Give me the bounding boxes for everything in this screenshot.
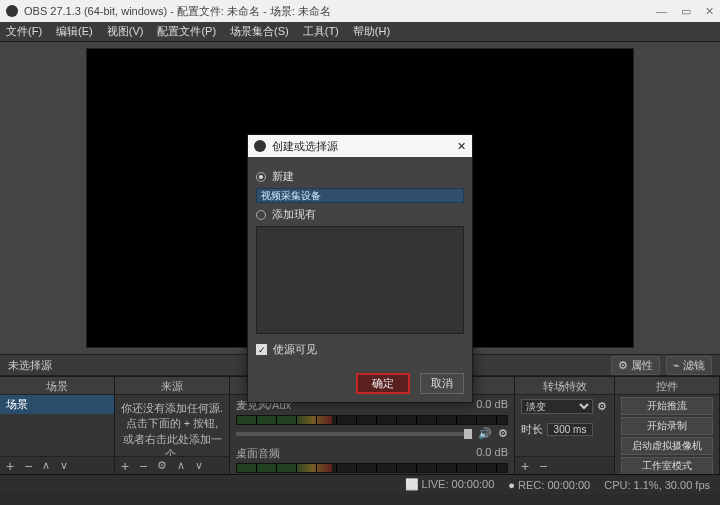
- speaker-icon[interactable]: 🔊: [478, 427, 492, 440]
- mixer-track: 桌面音频0.0 dB 🔊 ⚙: [230, 443, 514, 474]
- track-name: 桌面音频: [236, 446, 280, 461]
- gear-icon[interactable]: ⚙: [597, 400, 607, 413]
- sources-hint-line: 或者右击此处添加一个.: [119, 432, 225, 456]
- source-remove-button[interactable]: −: [139, 458, 147, 474]
- start-virtualcam-button[interactable]: 启动虚拟摄像机: [621, 437, 713, 455]
- close-icon[interactable]: ✕: [705, 5, 714, 18]
- make-visible-label: 使源可见: [273, 342, 317, 357]
- scene-up-button[interactable]: ∧: [42, 459, 50, 472]
- studio-mode-button[interactable]: 工作室模式: [621, 457, 713, 474]
- gear-icon: ⚙: [618, 359, 628, 371]
- radio-icon: [256, 210, 266, 220]
- window-titlebar: OBS 27.1.3 (64-bit, windows) - 配置文件: 未命名…: [0, 0, 720, 22]
- menu-tools[interactable]: 工具(T): [303, 24, 339, 39]
- sources-panel: 来源 你还没有添加任何源. 点击下面的 + 按钮, 或者右击此处添加一个. 🖼 …: [115, 377, 230, 474]
- vu-meter: [236, 463, 508, 473]
- statusbar: ⬜ LIVE: 00:00:00 ● REC: 00:00:00 CPU: 1.…: [0, 474, 720, 494]
- obs-logo-icon: [6, 5, 18, 17]
- gear-icon[interactable]: ⚙: [498, 427, 508, 440]
- transitions-panel: 转场特效 淡变 ⚙ 时长 + −: [515, 377, 615, 474]
- maximize-icon[interactable]: ▭: [681, 5, 691, 18]
- scenes-panel: 场景 场景 + − ∧ ∨: [0, 377, 115, 474]
- rec-dot-icon: ●: [508, 479, 515, 491]
- source-settings-button[interactable]: ⚙: [157, 459, 167, 472]
- start-streaming-button[interactable]: 开始推流: [621, 397, 713, 415]
- source-add-button[interactable]: +: [121, 458, 129, 474]
- start-recording-button[interactable]: 开始录制: [621, 417, 713, 435]
- source-down-button[interactable]: ∨: [195, 459, 203, 472]
- source-name-input[interactable]: [256, 188, 464, 203]
- transition-remove-button[interactable]: −: [539, 458, 547, 474]
- transition-add-button[interactable]: +: [521, 458, 529, 474]
- create-source-dialog: 创建或选择源 ✕ 新建 添加现有 ✓ 使源可见 确定 取消: [247, 134, 473, 403]
- live-dot-icon: ⬜: [405, 478, 419, 490]
- duration-label: 时长: [521, 422, 543, 437]
- sources-header: 来源: [115, 377, 229, 395]
- option-existing-label: 添加现有: [272, 207, 316, 222]
- menu-help[interactable]: 帮助(H): [353, 24, 390, 39]
- track-db: 0.0 dB: [476, 446, 508, 461]
- option-add-existing[interactable]: 添加现有: [256, 207, 464, 222]
- filters-button[interactable]: ⌁ 滤镜: [666, 356, 712, 375]
- minimize-icon[interactable]: —: [656, 5, 667, 18]
- existing-sources-list[interactable]: [256, 226, 464, 334]
- menu-profile[interactable]: 配置文件(P): [157, 24, 216, 39]
- properties-button[interactable]: ⚙ 属性: [611, 356, 660, 375]
- obs-logo-icon: [254, 140, 266, 152]
- menu-scene-collection[interactable]: 场景集合(S): [230, 24, 289, 39]
- duration-input[interactable]: [547, 423, 593, 436]
- menu-edit[interactable]: 编辑(E): [56, 24, 93, 39]
- close-icon[interactable]: ✕: [457, 140, 466, 153]
- vu-meter: [236, 415, 508, 425]
- track-db: 0.0 dB: [476, 398, 508, 413]
- cancel-button[interactable]: 取消: [420, 373, 464, 394]
- scene-down-button[interactable]: ∨: [60, 459, 68, 472]
- sources-hint-line: 点击下面的 + 按钮,: [119, 416, 225, 431]
- sources-hint-line: 你还没有添加任何源.: [119, 401, 225, 416]
- rec-status: REC: 00:00:00: [518, 479, 590, 491]
- window-title: OBS 27.1.3 (64-bit, windows) - 配置文件: 未命名…: [24, 4, 331, 19]
- source-up-button[interactable]: ∧: [177, 459, 185, 472]
- ok-button[interactable]: 确定: [356, 373, 410, 394]
- scene-remove-button[interactable]: −: [24, 458, 32, 474]
- radio-icon: [256, 172, 266, 182]
- live-status: LIVE: 00:00:00: [422, 478, 495, 490]
- scene-add-button[interactable]: +: [6, 458, 14, 474]
- controls-header: 控件: [615, 377, 719, 395]
- volume-slider[interactable]: [236, 432, 472, 436]
- cpu-status: CPU: 1.1%, 30.00 fps: [604, 479, 710, 491]
- option-new-label: 新建: [272, 169, 294, 184]
- menubar: 文件(F) 编辑(E) 视图(V) 配置文件(P) 场景集合(S) 工具(T) …: [0, 22, 720, 42]
- option-create-new[interactable]: 新建: [256, 169, 464, 184]
- dialog-title: 创建或选择源: [272, 139, 338, 154]
- checkbox-icon: ✓: [256, 344, 267, 355]
- scenes-header: 场景: [0, 377, 114, 395]
- controls-panel: 控件 开始推流 开始录制 启动虚拟摄像机 工作室模式 设置 退出: [615, 377, 720, 474]
- menu-file[interactable]: 文件(F): [6, 24, 42, 39]
- transition-select[interactable]: 淡变: [521, 399, 593, 414]
- transitions-header: 转场特效: [515, 377, 614, 395]
- scene-item[interactable]: 场景: [0, 395, 114, 414]
- menu-view[interactable]: 视图(V): [107, 24, 144, 39]
- make-visible-checkbox[interactable]: ✓ 使源可见: [256, 342, 464, 357]
- no-source-selected-label: 未选择源: [8, 358, 52, 373]
- sliders-icon: ⌁: [673, 359, 680, 371]
